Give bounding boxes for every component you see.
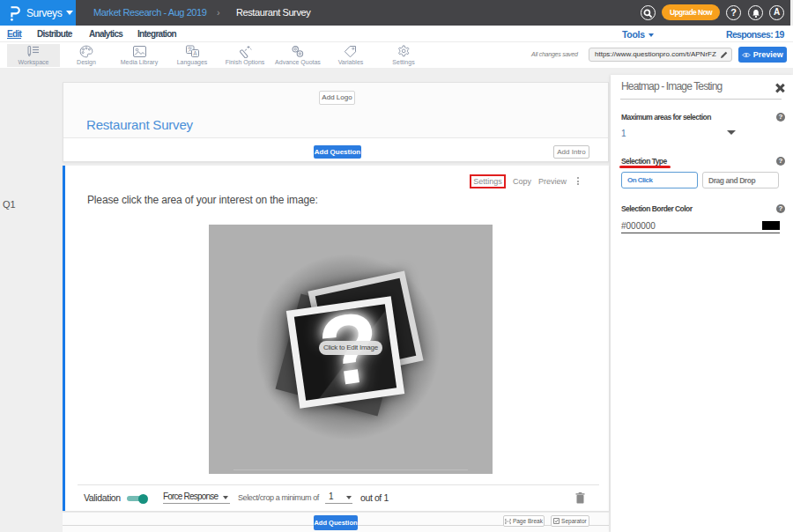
svg-text:A: A [193,50,197,56]
